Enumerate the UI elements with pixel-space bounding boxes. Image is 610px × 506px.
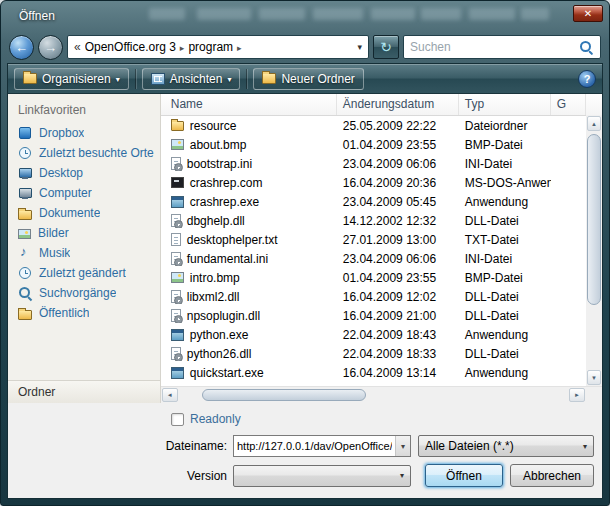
dialog-client-area: Organisieren ▾ Ansichten ▾ Neuer Ordner … [7,63,603,499]
search-icon[interactable] [579,40,594,55]
readonly-checkbox[interactable] [171,413,184,426]
file-row[interactable]: crashrep.exe23.04.2009 05:45Anwendung [161,192,586,211]
file-row[interactable]: python.exe22.04.2009 18:43Anwendung [161,325,586,344]
file-date: 23.04.2009 06:06 [337,157,459,171]
file-row[interactable]: dbghelp.dll14.12.2002 12:32DLL-Datei [161,211,586,230]
file-name: resource [190,119,237,133]
back-button[interactable]: ← [9,35,34,60]
sidebar-item-label: Suchvorgänge [39,286,116,300]
sidebar-item-searches[interactable]: Suchvorgänge [8,283,160,303]
folders-label: Ordner [18,385,55,399]
views-button[interactable]: Ansichten ▾ [142,68,241,90]
help-button[interactable]: ? [578,70,596,88]
titlebar[interactable]: Öffnen ✕ [1,1,609,31]
breadcrumb-dropdown-icon[interactable]: ▾ [357,42,362,52]
refresh-button[interactable]: ↻ [373,35,399,59]
file-row[interactable]: libxml2.dll16.04.2009 12:02DLL-Datei [161,287,586,306]
sidebar-item-recent-changed[interactable]: Zuletzt geändert [8,263,160,283]
file-row[interactable]: fundamental.ini23.04.2009 06:06INI-Datei [161,249,586,268]
breadcrumb[interactable]: « OpenOffice.org 3▸program▸ ▾ [67,35,369,59]
file-name: quickstart.exe [190,366,264,380]
vertical-scrollbar[interactable]: ▲ ▼ [586,115,602,386]
breadcrumb-chevron-icon[interactable]: ▸ [180,42,185,53]
file-row[interactable]: resource25.05.2009 22:22Dateiordner [161,116,586,135]
file-date: 01.04.2009 23:55 [337,138,459,152]
scroll-down-button[interactable]: ▼ [587,370,601,385]
filetype-select[interactable]: Alle Dateien (*.*) ▾ [418,435,594,457]
organize-button[interactable]: Organisieren ▾ [14,68,129,90]
sidebar-item-desktop[interactable]: Desktop [8,163,160,183]
readonly-row: Readonly [171,410,602,428]
open-button[interactable]: Öffnen [425,464,503,487]
filename-input[interactable] [234,440,395,452]
new-folder-button[interactable]: Neuer Ordner [253,68,363,90]
file-row[interactable]: quickstart.exe16.04.2009 13:14Anwendung [161,363,586,382]
background-window-blur [371,8,415,20]
filename-dropdown-icon[interactable]: ▾ [395,436,410,456]
forward-button[interactable]: → [38,35,63,60]
file-type: Anwendung [459,195,551,209]
vertical-scroll-track[interactable] [586,132,602,369]
sidebar-item-documents[interactable]: Dokumente [8,203,160,223]
version-select[interactable]: ▾ [233,465,411,487]
file-list-rows: resource25.05.2009 22:22Dateiordnerabout… [161,116,586,386]
file-type: DLL-Datei [459,214,551,228]
file-name: crashrep.com [190,176,263,190]
file-row[interactable]: npsoplugin.dll16.04.2009 21:00DLL-Datei [161,306,586,325]
sidebar-item-computer[interactable]: Computer [8,183,160,203]
close-button[interactable]: ✕ [573,5,603,22]
file-row[interactable]: bootstrap.ini23.04.2009 06:06INI-Datei [161,154,586,173]
background-window-blur [313,8,363,20]
breadcrumb-items: OpenOffice.org 3▸program▸ [85,40,242,54]
sidebar-item-public[interactable]: Öffentlich [8,303,160,323]
file-row[interactable]: desktophelper.txt27.01.2009 13:00TXT-Dat… [161,230,586,249]
search-input[interactable] [410,40,575,54]
help-icon: ? [584,73,591,85]
file-name: crashrep.exe [190,195,259,209]
file-date: 23.04.2009 05:45 [337,195,459,209]
searches-icon [18,286,32,300]
file-row[interactable]: intro.bmp01.04.2009 23:55BMP-Datei [161,268,586,287]
dll-file-icon [171,214,181,227]
scroll-right-button[interactable]: ► [569,388,585,402]
scroll-up-button[interactable]: ▲ [587,116,601,131]
recent-places-icon [19,147,31,159]
folder-file-icon [171,121,184,131]
column-header-name[interactable]: Name [161,94,337,115]
horizontal-scrollbar[interactable]: ◄ ► [161,386,602,403]
horizontal-scroll-thumb[interactable] [202,389,365,401]
horizontal-scroll-track[interactable] [179,387,568,403]
bmp-file-icon [171,139,184,150]
breadcrumb-overflow-icon[interactable]: « [74,40,81,54]
filename-combo[interactable]: ▾ [233,435,411,457]
navigation-bar: ← → « OpenOffice.org 3▸program▸ ▾ ↻ [1,31,609,63]
sidebar-item-dropbox[interactable]: Dropbox [8,123,160,143]
column-header-type[interactable]: Typ [459,94,551,115]
file-row[interactable]: python26.dll22.04.2009 18:33DLL-Datei [161,344,586,363]
command-bar: Organisieren ▾ Ansichten ▾ Neuer Ordner … [8,64,602,94]
vertical-scroll-thumb[interactable] [587,134,601,305]
column-header-date[interactable]: Änderungsdatum [337,94,459,115]
column-header-size[interactable]: G [551,94,586,115]
file-type: DLL-Datei [459,347,551,361]
ini-file-icon [171,252,181,265]
file-date: 22.04.2009 18:33 [337,347,459,361]
open-file-dialog: Öffnen ✕ ← → « OpenOffice.org 3▸program▸… [0,0,610,506]
file-name: intro.bmp [190,271,240,285]
sidebar-item-recent-places[interactable]: Zuletzt besuchte Orte [8,143,160,163]
search-box[interactable] [403,35,601,59]
file-row[interactable]: about.bmp01.04.2009 23:55BMP-Datei [161,135,586,154]
sidebar-item-pictures[interactable]: Bilder [8,223,160,243]
breadcrumb-item[interactable]: program [188,40,233,54]
file-type: MS-DOS-Anwend... [459,176,551,190]
file-row[interactable]: crashrep.com16.04.2009 20:36MS-DOS-Anwen… [161,173,586,192]
background-window-blur [197,8,251,20]
sidebar-item-music[interactable]: Musik [8,243,160,263]
folders-expander[interactable]: Ordner [8,380,160,403]
dropbox-icon [19,127,31,139]
scroll-left-button[interactable]: ◄ [162,388,178,402]
new-folder-icon [262,73,276,84]
breadcrumb-chevron-icon[interactable]: ▸ [237,42,242,53]
cancel-button[interactable]: Abbrechen [510,464,594,487]
breadcrumb-item[interactable]: OpenOffice.org 3 [85,40,176,54]
